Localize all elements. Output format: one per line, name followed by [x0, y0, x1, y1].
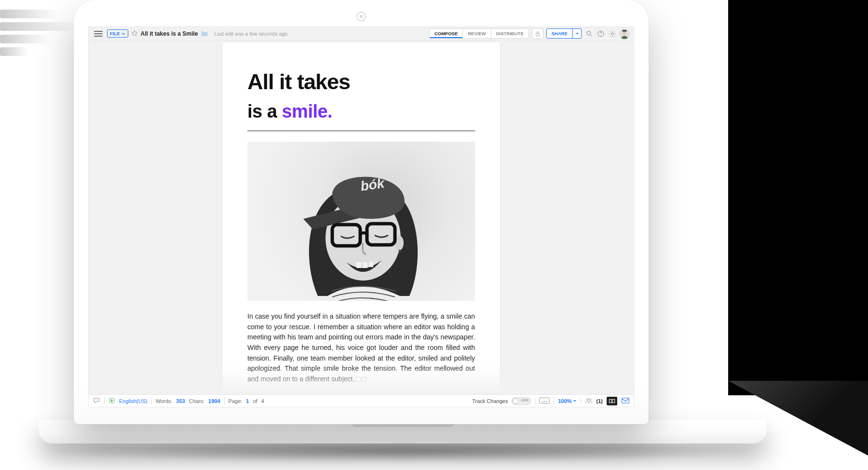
collaborators-icon[interactable]	[585, 397, 593, 405]
svg-rect-8	[623, 30, 627, 31]
hamburger-menu-button[interactable]	[93, 29, 104, 39]
svg-point-1	[587, 31, 591, 35]
page-label: Page:	[229, 398, 243, 404]
live-sync-icon[interactable]	[108, 397, 115, 405]
share-dropdown-button[interactable]	[573, 28, 582, 39]
gear-icon[interactable]	[608, 29, 617, 39]
svg-point-12	[399, 250, 401, 252]
heading-line-2-prefix: is a	[247, 101, 282, 121]
chars-value[interactable]: 1904	[208, 398, 220, 404]
language-selector[interactable]: English(US)	[119, 398, 148, 404]
document-canvas[interactable]: All it takes is a smile.	[89, 40, 634, 394]
laptop-frame: FILE All it takes is a Smile Last edit w…	[74, 0, 649, 424]
document-image[interactable]: bók	[247, 142, 475, 301]
words-label: Words:	[156, 398, 173, 404]
heading-line-2[interactable]: is a smile.	[247, 101, 475, 122]
decorative-black-panel	[728, 0, 868, 395]
search-icon[interactable]	[584, 29, 594, 39]
svg-rect-15	[356, 262, 361, 268]
collaborators-count: (1)	[597, 398, 603, 404]
svg-rect-14	[367, 224, 395, 245]
page-total: 4	[261, 398, 264, 404]
svg-point-3	[600, 35, 601, 35]
track-changes-state: OFF	[521, 398, 529, 403]
track-changes-toggle[interactable]: OFF	[512, 397, 531, 405]
star-icon[interactable]	[131, 30, 138, 38]
last-edit-status: Last edit was a few seconds ago	[214, 31, 287, 37]
page-total-prefix: of	[253, 398, 257, 404]
heading-line-2-accent: smile.	[282, 101, 332, 121]
file-menu-label: FILE	[110, 31, 120, 36]
track-changes-label: Track Changes	[472, 398, 508, 404]
reading-view-button[interactable]	[607, 397, 617, 405]
share-button-group: SHARE	[546, 28, 582, 39]
svg-rect-0	[536, 33, 539, 36]
page-current[interactable]: 1	[246, 398, 249, 404]
chars-label: Chars:	[189, 398, 204, 404]
svg-rect-16	[363, 262, 367, 268]
user-avatar[interactable]	[619, 28, 630, 39]
horizontal-rule	[247, 131, 475, 131]
keyboard-icon[interactable]	[539, 397, 550, 405]
svg-point-4	[611, 32, 613, 34]
document-title[interactable]: All it takes is a Smile	[141, 30, 198, 37]
heading-line-1[interactable]: All it takes	[247, 69, 475, 94]
folder-icon[interactable]	[201, 30, 208, 37]
svg-rect-17	[369, 262, 373, 267]
top-toolbar: FILE All it takes is a Smile Last edit w…	[89, 27, 634, 40]
feedback-icon[interactable]	[621, 397, 630, 405]
camera-icon	[356, 12, 366, 21]
app-window: FILE All it takes is a Smile Last edit w…	[88, 27, 634, 407]
svg-point-27	[589, 399, 591, 401]
share-button[interactable]: SHARE	[546, 28, 573, 39]
words-value[interactable]: 353	[176, 398, 185, 404]
svg-rect-13	[332, 225, 360, 246]
file-menu-button[interactable]: FILE	[107, 29, 128, 38]
tab-review[interactable]: REVIEW	[462, 29, 490, 38]
svg-rect-28	[622, 398, 629, 403]
help-icon[interactable]	[596, 29, 606, 39]
svg-rect-19	[540, 398, 550, 403]
svg-point-26	[586, 399, 588, 401]
lock-button[interactable]	[532, 28, 543, 39]
zoom-value: 100%	[558, 398, 571, 404]
tab-distribute[interactable]: DISTRIBUTE	[491, 29, 529, 38]
mode-switch-group: COMPOSE REVIEW DISTRIBUTE	[429, 28, 529, 39]
canvas-bottom-fade	[89, 365, 634, 394]
tab-compose[interactable]: COMPOSE	[430, 29, 463, 38]
document-page[interactable]: All it takes is a smile.	[222, 42, 500, 394]
zoom-control[interactable]: 100%	[558, 398, 576, 404]
comments-icon[interactable]	[93, 397, 100, 405]
status-bar: English(US) Words: 353 Chars: 1904 Page:…	[89, 394, 634, 407]
